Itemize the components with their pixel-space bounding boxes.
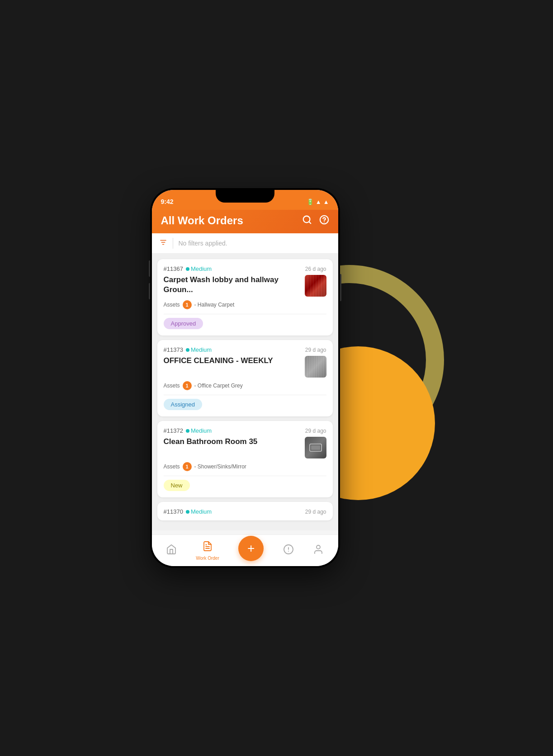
priority-dot bbox=[186, 348, 189, 352]
header: All Work Orders bbox=[152, 210, 338, 233]
carpet-grey-thumb bbox=[305, 356, 326, 378]
status-time: 9:42 bbox=[161, 194, 174, 205]
filter-status-text: No filters applied. bbox=[179, 240, 227, 247]
priority-dot bbox=[186, 429, 189, 433]
asset-thumbnail bbox=[305, 437, 326, 458]
help-icon[interactable] bbox=[319, 215, 329, 227]
card-divider bbox=[164, 476, 326, 476]
card-meta-left: #11373 Medium bbox=[164, 346, 212, 353]
card-header: #11367 Medium 26 d ago bbox=[164, 265, 326, 272]
nav-work-order-label: Work Order bbox=[196, 556, 219, 561]
assets-info: Assets 1 - Office Carpet Grey bbox=[164, 381, 326, 390]
card-header: #11373 Medium 29 d ago bbox=[164, 346, 326, 353]
work-order-card-11367[interactable]: #11367 Medium 26 d ago Carpet Wash lobby… bbox=[157, 259, 333, 335]
reports-icon bbox=[283, 544, 294, 558]
nav-home[interactable] bbox=[166, 544, 177, 558]
bottom-nav: Work Order + bbox=[152, 534, 338, 566]
priority-label: Medium bbox=[186, 427, 212, 434]
time-ago: 29 d ago bbox=[305, 428, 326, 434]
asset-count-badge: 1 bbox=[183, 381, 192, 390]
assets-info: Assets 1 - Shower/Sinks/Mirror bbox=[164, 462, 326, 471]
asset-thumbnail bbox=[305, 275, 326, 297]
carpet-red-thumb bbox=[305, 275, 326, 297]
time-ago: 26 d ago bbox=[305, 266, 326, 272]
status-badge: New bbox=[164, 480, 190, 491]
assets-label: Assets bbox=[164, 383, 180, 389]
assets-label: Assets bbox=[164, 302, 180, 308]
filter-icon[interactable] bbox=[159, 238, 167, 249]
assets-label: Assets bbox=[164, 463, 180, 470]
volume-up-button bbox=[149, 260, 150, 277]
scene: 9:42 🔋 ▲ ▲ All Work Orders bbox=[137, 175, 417, 581]
wifi-icon: ▲ bbox=[316, 198, 321, 205]
priority-label: Medium bbox=[186, 346, 212, 353]
profile-icon bbox=[313, 544, 324, 558]
work-order-number: #11372 bbox=[164, 427, 183, 434]
svg-line-1 bbox=[309, 222, 311, 223]
phone-screen: 9:42 🔋 ▲ ▲ All Work Orders bbox=[152, 190, 338, 566]
work-order-icon bbox=[202, 541, 213, 554]
home-icon bbox=[166, 544, 177, 558]
work-order-number: #11370 bbox=[164, 508, 183, 515]
add-button[interactable]: + bbox=[238, 536, 264, 561]
assets-info: Assets 1 - Hallway Carpet bbox=[164, 300, 326, 309]
phone-frame: 9:42 🔋 ▲ ▲ All Work Orders bbox=[150, 188, 340, 568]
asset-count-badge: 1 bbox=[183, 300, 192, 309]
nav-work-order[interactable]: Work Order bbox=[196, 541, 219, 561]
nav-profile[interactable] bbox=[313, 544, 324, 558]
svg-rect-8 bbox=[311, 445, 320, 450]
status-badge: Assigned bbox=[164, 399, 202, 410]
page-title: All Work Orders bbox=[161, 214, 243, 227]
power-button bbox=[340, 274, 341, 301]
card-body: Clean Bathroom Room 35 bbox=[164, 437, 326, 458]
status-icons: 🔋 ▲ ▲ bbox=[307, 195, 329, 205]
time-ago: 29 d ago bbox=[305, 347, 326, 353]
bathroom-thumb bbox=[305, 437, 326, 458]
header-actions bbox=[302, 215, 329, 227]
card-meta-left: #11370 Medium bbox=[164, 508, 212, 515]
filter-divider bbox=[173, 238, 173, 249]
volume-down-button bbox=[149, 283, 150, 299]
priority-dot bbox=[186, 510, 189, 514]
card-body: OFFICE CLEANING - WEEKLY bbox=[164, 356, 326, 378]
card-body: Carpet Wash lobby and hallway Groun... bbox=[164, 275, 326, 297]
status-badge: Approved bbox=[164, 318, 203, 329]
work-order-card-11373[interactable]: #11373 Medium 29 d ago OFFICE CLEANING -… bbox=[157, 340, 333, 416]
priority-dot bbox=[186, 267, 189, 271]
work-order-title: Carpet Wash lobby and hallway Groun... bbox=[164, 275, 300, 295]
asset-thumbnail bbox=[305, 356, 326, 378]
filter-bar: No filters applied. bbox=[152, 233, 338, 254]
work-order-title: Clean Bathroom Room 35 bbox=[164, 437, 300, 447]
signal-icon: ▲ bbox=[323, 198, 329, 205]
battery-icon: 🔋 bbox=[307, 198, 314, 205]
search-icon[interactable] bbox=[302, 215, 312, 227]
card-divider bbox=[164, 395, 326, 395]
card-header: #11372 Medium 29 d ago bbox=[164, 427, 326, 434]
notch bbox=[216, 190, 274, 203]
time-ago: 29 d ago bbox=[305, 509, 326, 515]
asset-name: - Hallway Carpet bbox=[194, 302, 235, 308]
asset-count-badge: 1 bbox=[183, 462, 192, 471]
asset-name: - Office Carpet Grey bbox=[194, 383, 243, 389]
nav-reports[interactable] bbox=[283, 544, 294, 558]
work-order-title: OFFICE CLEANING - WEEKLY bbox=[164, 356, 300, 366]
work-order-number: #11373 bbox=[164, 346, 183, 353]
priority-label: Medium bbox=[186, 508, 212, 515]
asset-name: - Shower/Sinks/Mirror bbox=[194, 463, 246, 470]
card-header: #11370 Medium 29 d ago bbox=[164, 508, 326, 515]
work-orders-list: #11367 Medium 26 d ago Carpet Wash lobby… bbox=[152, 254, 338, 530]
priority-label: Medium bbox=[186, 265, 212, 272]
add-icon: + bbox=[247, 542, 255, 555]
svg-point-15 bbox=[317, 545, 320, 549]
card-divider bbox=[164, 314, 326, 314]
work-order-number: #11367 bbox=[164, 265, 183, 272]
card-meta-left: #11372 Medium bbox=[164, 427, 212, 434]
work-order-card-11370[interactable]: #11370 Medium 29 d ago bbox=[157, 502, 333, 520]
work-order-card-11372[interactable]: #11372 Medium 29 d ago Clean Bathroom Ro… bbox=[157, 421, 333, 497]
card-meta-left: #11367 Medium bbox=[164, 265, 212, 272]
